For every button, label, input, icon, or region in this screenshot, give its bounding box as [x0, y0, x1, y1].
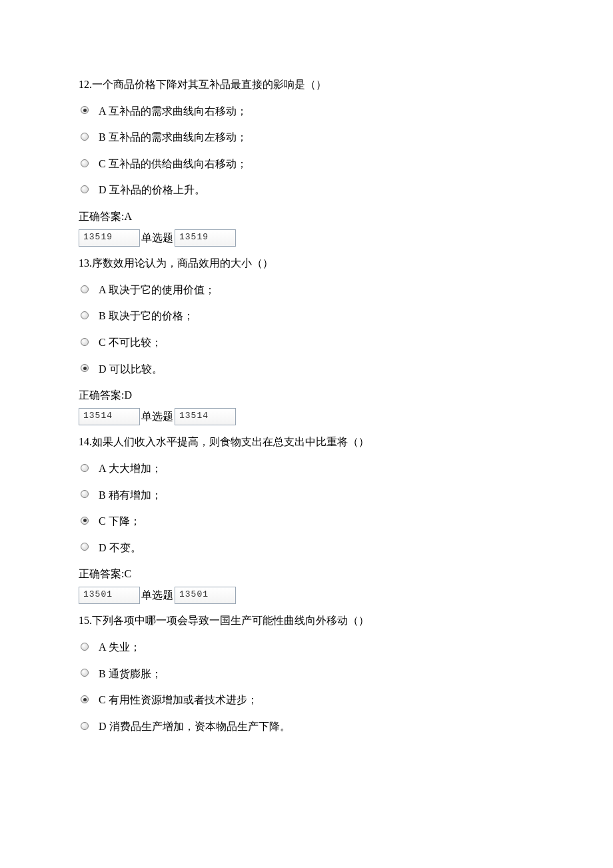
- option-row: B 稍有增加；: [79, 487, 534, 504]
- radio-button[interactable]: [80, 542, 89, 551]
- radio-button[interactable]: [80, 132, 89, 141]
- option-letter: B: [99, 310, 106, 321]
- option-row: B 互补品的需求曲线向左移动；: [79, 129, 534, 146]
- option-text: 大大增加；: [109, 463, 162, 474]
- option-text: 下降；: [109, 515, 141, 527]
- option-text: 取决于它的价格；: [109, 310, 194, 321]
- question-type-label: 单选题: [141, 587, 173, 605]
- option-letter: A: [99, 641, 106, 653]
- radio-icon: [81, 185, 89, 193]
- option-letter: A: [99, 463, 106, 474]
- radio-button[interactable]: [80, 337, 89, 347]
- option-label: B 取决于它的价格；: [99, 307, 194, 325]
- question-type-label: 单选题: [141, 229, 173, 247]
- answer-value: D: [124, 389, 132, 401]
- option-letter: A: [99, 284, 106, 295]
- radio-button[interactable]: [80, 363, 89, 373]
- option-letter: C: [99, 337, 106, 348]
- option-row: B 通货膨胀；: [79, 665, 534, 683]
- option-label: B 稍有增加；: [99, 487, 162, 504]
- question-block: 14.如果人们收入水平提高，则食物支出在总支出中比重将（）A 大大增加；B 稍有…: [79, 433, 534, 604]
- radio-icon: [81, 311, 89, 319]
- radio-icon: [81, 643, 89, 651]
- option-text: 通货膨胀；: [109, 668, 162, 679]
- radio-button[interactable]: [80, 489, 89, 499]
- option-label: D 互补品的价格上升。: [99, 181, 205, 199]
- option-text: 消费品生产增加，资本物品生产下降。: [109, 721, 291, 732]
- question-type-label: 单选题: [141, 408, 173, 426]
- option-row: D 消费品生产增加，资本物品生产下降。: [79, 718, 534, 735]
- id-field-2[interactable]: 13519: [175, 229, 236, 247]
- radio-icon: [81, 543, 89, 551]
- option-label: D 消费品生产增加，资本物品生产下降。: [99, 718, 291, 735]
- radio-button[interactable]: [80, 695, 89, 704]
- option-label: A 取决于它的使用价值；: [99, 281, 215, 299]
- question-body: 一个商品价格下降对其互补品最直接的影响是（）: [92, 79, 326, 90]
- option-row: D 不变。: [79, 539, 534, 557]
- option-row: C 有用性资源增加或者技术进步；: [79, 691, 534, 709]
- radio-button[interactable]: [80, 105, 89, 115]
- radio-button[interactable]: [80, 159, 89, 168]
- radio-button[interactable]: [80, 642, 89, 651]
- option-label: C 下降；: [99, 513, 141, 530]
- option-text: 互补品的供给曲线向右移动；: [109, 158, 247, 169]
- radio-icon: [81, 517, 89, 525]
- option-label: B 通货膨胀；: [99, 665, 162, 683]
- answer-label: 正确答案:: [79, 389, 124, 401]
- question-text: 15.下列各项中哪一项会导致一国生产可能性曲线向外移动（）: [79, 612, 534, 629]
- option-label: A 失业；: [99, 639, 141, 656]
- id-field-1[interactable]: 13519: [79, 229, 140, 247]
- id-row: 13501单选题13501: [79, 587, 534, 605]
- option-text: 互补品的价格上升。: [109, 184, 205, 195]
- option-text: 取决于它的使用价值；: [109, 284, 215, 295]
- answer-value: C: [124, 568, 131, 579]
- option-row: C 不可比较；: [79, 334, 534, 351]
- radio-icon: [81, 133, 89, 141]
- id-field-2[interactable]: 13514: [175, 408, 236, 425]
- question-block: 13.序数效用论认为，商品效用的大小（）A 取决于它的使用价值；B 取决于它的价…: [79, 255, 534, 425]
- option-row: D 互补品的价格上升。: [79, 181, 534, 199]
- option-letter: D: [99, 363, 107, 375]
- option-text: 有用性资源增加或者技术进步；: [109, 694, 258, 705]
- question-number: 12.: [79, 79, 92, 90]
- option-letter: D: [99, 184, 107, 195]
- option-letter: B: [99, 668, 106, 679]
- radio-button[interactable]: [80, 463, 89, 473]
- option-letter: D: [99, 721, 107, 732]
- option-row: A 取决于它的使用价值；: [79, 281, 534, 299]
- option-label: C 不可比较；: [99, 334, 162, 351]
- id-field-2[interactable]: 13501: [175, 587, 236, 604]
- question-body: 如果人们收入水平提高，则食物支出在总支出中比重将（）: [92, 436, 369, 447]
- radio-button[interactable]: [80, 185, 89, 194]
- radio-button[interactable]: [80, 516, 89, 525]
- question-block: 12.一个商品价格下降对其互补品最直接的影响是（）A 互补品的需求曲线向右移动；…: [79, 76, 534, 247]
- radio-button[interactable]: [80, 721, 89, 731]
- option-row: D 可以比较。: [79, 361, 534, 378]
- radio-icon: [81, 106, 89, 114]
- question-number: 13.: [79, 257, 92, 269]
- option-label: A 大大增加；: [99, 460, 162, 477]
- option-row: A 互补品的需求曲线向右移动；: [79, 103, 534, 120]
- option-label: D 不变。: [99, 539, 141, 557]
- question-number: 15.: [79, 615, 92, 626]
- option-row: A 失业；: [79, 639, 534, 656]
- id-field-1[interactable]: 13501: [79, 587, 140, 604]
- radio-icon: [81, 722, 89, 730]
- option-letter: B: [99, 489, 106, 501]
- option-text: 不可比较；: [109, 337, 162, 348]
- radio-icon: [81, 159, 89, 167]
- radio-button[interactable]: [80, 285, 89, 294]
- radio-button[interactable]: [80, 668, 89, 677]
- question-body: 序数效用论认为，商品效用的大小（）: [92, 257, 273, 269]
- id-row: 13519单选题13519: [79, 229, 534, 247]
- option-letter: C: [99, 694, 106, 705]
- id-field-1[interactable]: 13514: [79, 408, 140, 425]
- radio-button[interactable]: [80, 311, 89, 320]
- option-row: C 下降；: [79, 513, 534, 530]
- answer-line: 正确答案:D: [79, 387, 534, 404]
- option-text: 互补品的需求曲线向右移动；: [109, 105, 247, 117]
- option-letter: B: [99, 131, 106, 143]
- option-row: A 大大增加；: [79, 460, 534, 477]
- option-label: C 有用性资源增加或者技术进步；: [99, 691, 258, 709]
- radio-icon: [81, 695, 89, 703]
